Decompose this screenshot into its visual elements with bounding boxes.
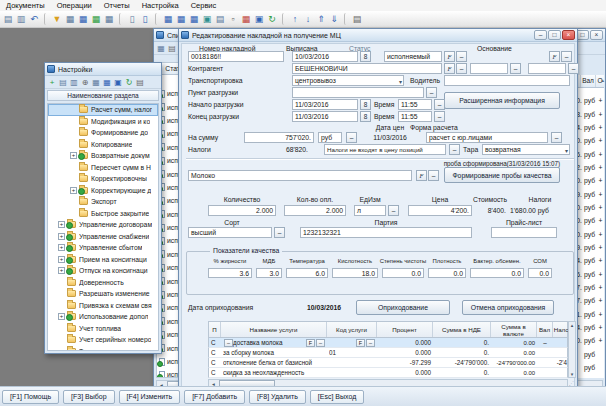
list-right-row[interactable]: 6. руб +	[575, 147, 604, 160]
pricelist-field[interactable]	[491, 227, 557, 238]
som-field[interactable]: 0.0	[528, 268, 552, 278]
product-clear-button[interactable]: –	[428, 170, 439, 181]
tree-item[interactable]: + Использование допол	[48, 311, 158, 323]
tree-column-header[interactable]: Наименование раздела	[47, 90, 159, 101]
table-row[interactable]: С скидка за неохлажденность 0.000 0.	[208, 368, 568, 378]
name-clear-button[interactable]: –	[316, 339, 325, 347]
list-right-row[interactable]: 7. руб +	[575, 294, 604, 307]
tree-item[interactable]: + Управление снабжени	[48, 231, 158, 243]
temperature-field[interactable]: 6.0	[286, 268, 328, 278]
tree-item[interactable]: Корректировочны	[48, 173, 158, 185]
grade-field[interactable]: высший	[188, 227, 272, 238]
list-right-row[interactable]: 7. руб +	[575, 281, 604, 294]
scroll-up-icon[interactable]: ▴	[571, 322, 574, 328]
tree-item[interactable]: Расчет сумм, налог	[48, 104, 158, 116]
save-icon[interactable]: ▣	[253, 13, 265, 26]
price-field[interactable]: 4'200.	[408, 205, 472, 216]
tree-item[interactable]: Разрешать изменение	[48, 288, 158, 300]
cancel-post-button[interactable]: Отмена оприходования	[462, 300, 554, 315]
list-right-row[interactable]: 0. руб +	[575, 94, 604, 107]
tax-mode-field[interactable]: Налоги не входят в цену позиций	[324, 144, 446, 155]
function-key-button[interactable]: [F7] Добавить	[184, 390, 245, 404]
status-field[interactable]: исполняемый	[384, 51, 442, 62]
list-right-row[interactable]: 9. руб +	[575, 187, 604, 200]
function-key-button[interactable]: [F4] Изменить	[119, 390, 181, 404]
close-button[interactable]: ×	[562, 30, 575, 40]
fat-field[interactable]: 3.6	[208, 268, 252, 278]
list-right-row[interactable]: руб	[575, 361, 604, 374]
function-key-button[interactable]: [Esc] Выход	[310, 390, 364, 404]
table-vertical-scrollbar[interactable]: ▴▾	[568, 321, 576, 378]
counterparty-clear-button[interactable]: –	[456, 63, 467, 74]
tree-item[interactable]: + Управление сбытом	[48, 242, 158, 254]
row-clear-button[interactable]: –	[224, 339, 233, 347]
move-down-icon[interactable]: ↓	[302, 13, 314, 26]
calendar-icon[interactable]: ▦	[240, 13, 252, 26]
tree-item[interactable]: Пересчет сумм в Н	[48, 162, 158, 174]
unit-clear-button[interactable]: –	[388, 205, 399, 216]
code-lookup-button[interactable]: F	[356, 339, 365, 347]
currency-field[interactable]: руб	[318, 132, 342, 143]
basis-field-2[interactable]	[528, 63, 566, 74]
function-key-button[interactable]: [F8] Удалить	[249, 390, 306, 404]
time-clear-button[interactable]: –	[434, 111, 445, 122]
col-nals[interactable]: Налс	[553, 322, 569, 337]
product-lookup-button[interactable]: F	[416, 170, 427, 181]
list-right-row[interactable]: 0. руб +	[575, 334, 604, 347]
tree-item[interactable]: + Возвратные докум	[48, 150, 158, 162]
function-key-button[interactable]: [F1] Помощь	[2, 390, 59, 404]
calendar-button[interactable]: 8	[360, 99, 371, 110]
tree-item[interactable]: + Отпуск на консигнаци	[48, 265, 158, 277]
basis-lookup-button[interactable]: F	[549, 51, 560, 62]
currency-clear-button[interactable]: –	[346, 132, 357, 143]
maximize-button[interactable]: □	[548, 30, 561, 40]
menu-item[interactable]: Операции	[51, 1, 98, 10]
undo-icon[interactable]: ↶	[28, 13, 40, 26]
list-right-row[interactable]: 9. руб +	[575, 241, 604, 254]
tree-item[interactable]: Модификация и ко	[48, 116, 158, 128]
payment-form-field[interactable]: расчет с юр.лицами	[426, 132, 548, 143]
unload-start-date-field[interactable]: 11/03/2016	[292, 99, 358, 110]
list-right-row[interactable]: 4. руб +	[575, 254, 604, 267]
print-icon[interactable]: ▤	[135, 77, 145, 88]
calendar-button[interactable]: 8	[360, 51, 371, 62]
tree-expander[interactable]: +	[58, 267, 65, 274]
mdb-field[interactable]: 3.0	[256, 268, 282, 278]
list-right-row[interactable]: руб	[575, 348, 604, 361]
bacteria-field[interactable]: 0.0	[470, 268, 524, 278]
name-lookup-button[interactable]: F	[306, 339, 315, 347]
list-right-row[interactable]: 0. руб +	[575, 174, 604, 187]
acidity-field[interactable]: 18.0	[332, 268, 378, 278]
table-icon[interactable]: ▦	[91, 77, 101, 88]
save-icon[interactable]: ▣	[113, 77, 123, 88]
unload-point-field[interactable]	[292, 87, 424, 98]
tree-expander[interactable]: +	[70, 152, 77, 159]
search-icon[interactable]: ⊕	[80, 77, 90, 88]
density-field[interactable]: 0.0	[428, 268, 466, 278]
basis-clear-button[interactable]: –	[561, 51, 572, 62]
tree-expander[interactable]: +	[58, 313, 65, 320]
menu-item[interactable]: Сервис	[185, 1, 223, 10]
col-percent[interactable]: Процент	[377, 322, 433, 337]
batch-field[interactable]: 1232132321	[300, 227, 472, 238]
list-right-row[interactable]: 1. руб +	[575, 308, 604, 321]
tree-item[interactable]: Экспорт	[48, 196, 158, 208]
list-right-row[interactable]: 0. руб +	[575, 214, 604, 227]
tree-item[interactable]: Товарно-транспортная	[48, 346, 158, 352]
print-icon[interactable]: ▤	[167, 43, 177, 54]
menu-item[interactable]: Настройка	[136, 1, 185, 10]
status-clear-button[interactable]: –	[456, 51, 467, 62]
tree-item[interactable]: Копирование	[48, 139, 158, 151]
table-users-icon[interactable]: ▦	[64, 13, 76, 26]
paste-icon[interactable]: ▥	[69, 77, 79, 88]
tree-item[interactable]: Доверенность	[48, 277, 158, 289]
quantity-field[interactable]: 2.000	[208, 205, 276, 216]
tree-item[interactable]: Быстрое закрытие	[48, 208, 158, 220]
table-properties-icon[interactable]: ▦	[103, 13, 115, 26]
filter-icon[interactable]: ▼	[51, 13, 63, 26]
col-sum-currency[interactable]: Сумма в валюте	[491, 322, 537, 337]
unload-start-time-field[interactable]: 11:55	[398, 99, 432, 110]
copy-icon[interactable]: ▤	[2, 13, 14, 26]
move-top-icon[interactable]: ⇑	[315, 13, 327, 26]
table-add-icon[interactable]: ▦	[90, 13, 102, 26]
